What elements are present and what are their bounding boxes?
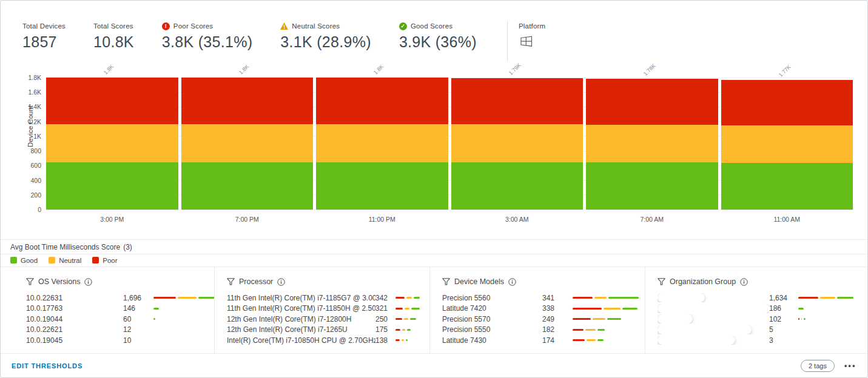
score-distribution-bar (395, 329, 411, 331)
row-value: 146 (123, 304, 153, 313)
info-icon[interactable] (277, 278, 285, 286)
legend-item-neutral[interactable]: Neutral (49, 257, 81, 264)
panel-processor: Processor11th Gen Intel(R) Core(TM) i7-1… (215, 267, 430, 354)
row-label: 10.0.19044 (26, 315, 123, 323)
stat-total-scores: Total Scores10.8K (93, 21, 134, 51)
list-item[interactable]: Intel(R) Core(TM) i7-10850H CPU @ 2.70GH… (227, 335, 421, 346)
y-tick-label: 1.2K (17, 118, 41, 125)
x-tick-label: 11:00 PM (316, 216, 448, 223)
mini-bar-segment (573, 318, 591, 320)
bar-3-00-pm[interactable]: 1.8K (46, 78, 178, 210)
list-item[interactable]: Precision 5560341 (442, 293, 636, 303)
tab-label: Avg Boot Time Milliseconds Score (10, 243, 120, 251)
bars-container: 1.8K1.8K1.8K1.79K1.78K1.77K (46, 78, 853, 210)
list-item[interactable]: 1,634 (658, 293, 859, 303)
list-item[interactable]: 10.0.1904510 (26, 335, 206, 346)
row-label: Precision 5570 (442, 315, 542, 323)
mini-bar-segment (801, 318, 802, 320)
bar-7-00-pm[interactable]: 1.8K (181, 78, 314, 210)
score-distribution-bar (395, 318, 416, 320)
row-value: 102 (769, 315, 798, 323)
mini-bar-segment (406, 339, 408, 341)
bar-segment-neutral (586, 125, 718, 162)
mini-bar-segment (608, 297, 639, 299)
legend-item-poor[interactable]: Poor (92, 257, 117, 264)
redacted-label (658, 304, 769, 313)
panel-header[interactable]: Device Models (442, 276, 636, 287)
panel-header[interactable]: OS Versions (26, 276, 206, 287)
mini-bar-segment (153, 297, 176, 299)
panel-organization-group: Organization Group1,63418610253 (645, 267, 867, 354)
stat-total-devices: Total Devices1857 (22, 21, 66, 51)
list-item[interactable]: 10.0.17763146 (26, 303, 206, 314)
stats-container: Total Devices1857Total Scores10.8K!Poor … (22, 21, 505, 51)
score-dashboard-card: Total Devices1857Total Scores10.8K!Poor … (0, 0, 868, 378)
legend-swatch (92, 257, 99, 264)
mini-bar-segment (597, 329, 605, 331)
bar-segment-neutral (316, 124, 448, 162)
panel-header[interactable]: Organization Group (658, 276, 859, 287)
y-tick-label: 800 (17, 147, 41, 154)
info-icon[interactable] (84, 278, 92, 286)
redacted-label (658, 336, 769, 345)
list-item[interactable]: 10.0.1904460 (26, 314, 206, 325)
list-item[interactable]: 12th Gen Intel(R) Core(TM) i7-1265U175 (227, 325, 421, 336)
score-distribution-bar (153, 297, 215, 299)
list-item[interactable]: 5 (658, 325, 859, 336)
list-item[interactable]: 10.0.226311,696 (26, 293, 206, 303)
list-item[interactable]: 186 (658, 303, 859, 314)
score-distribution-bar (153, 318, 155, 320)
bar-3-00-am[interactable]: 1.79K (451, 78, 584, 210)
redacted-pill (658, 293, 705, 302)
score-distribution-bar (798, 297, 853, 299)
error-icon: ! (162, 22, 170, 30)
score-distribution-bar (573, 339, 604, 341)
list-item[interactable]: 10.0.2262112 (26, 325, 206, 336)
row-label: Intel(R) Core(TM) i7-10850H CPU @ 2.70GH… (227, 336, 375, 345)
tags-pill[interactable]: 2 tags (801, 360, 835, 372)
bar-segment-good (46, 162, 178, 210)
info-icon[interactable] (740, 278, 748, 286)
bar-11-00-am[interactable]: 1.77K (721, 80, 853, 210)
row-value: 338 (542, 304, 573, 313)
stat-label: Good Scores (411, 22, 453, 30)
row-value: 341 (542, 294, 573, 302)
list-item[interactable]: 11th Gen Intel(R) Core(TM) i7-11850H @ 2… (227, 303, 421, 314)
legend-swatch (49, 257, 55, 264)
list-item[interactable]: Precision 5570249 (442, 314, 636, 325)
bar-7-00-am[interactable]: 1.78K (586, 79, 718, 210)
panel-header[interactable]: Processor (227, 276, 421, 287)
score-distribution-bar (395, 339, 408, 341)
tab-count: (3) (123, 243, 132, 251)
row-label: 11th Gen Intel(R) Core(TM) i7-11850H @ 2… (227, 304, 375, 313)
bar-segment-poor (721, 80, 853, 125)
mini-bar-segment (585, 329, 596, 331)
mini-bar-segment (402, 339, 404, 341)
overflow-menu-icon[interactable]: ••• (844, 362, 856, 370)
legend-item-good[interactable]: Good (10, 257, 38, 264)
info-icon[interactable] (508, 278, 516, 286)
list-item[interactable]: 11th Gen Intel(R) Core(TM) i7-1185G7 @ 3… (227, 293, 421, 303)
stat-poor-scores: !Poor Scores3.8K (35.1%) (162, 21, 253, 51)
tab-avg-boot-time-score[interactable]: Avg Boot Time Milliseconds Score (3) (1, 239, 867, 254)
mini-bar-segment (153, 308, 159, 310)
edit-thresholds-link[interactable]: EDIT THRESHOLDS (12, 362, 82, 370)
mini-bar-segment (798, 318, 799, 320)
stat-value: 3.1K (28.9%) (280, 33, 371, 51)
list-item[interactable]: 3 (658, 335, 859, 346)
panel-rows: 1,63418610253 (658, 293, 859, 346)
windows-icon[interactable] (519, 35, 533, 48)
list-item[interactable]: Latitude 7420338 (442, 303, 636, 314)
mini-bar-segment (573, 339, 585, 341)
mini-bar-segment (178, 297, 197, 299)
filter-funnel-icon (658, 278, 665, 285)
stat-label: Neutral Scores (292, 22, 340, 30)
list-item[interactable]: 102 (658, 314, 859, 325)
bar-total-label: 1.8K (103, 64, 115, 76)
bar-11-00-pm[interactable]: 1.8K (316, 78, 448, 210)
list-item[interactable]: Latitude 7430174 (442, 335, 636, 346)
list-item[interactable]: Precision 5550182 (442, 325, 636, 336)
list-item[interactable]: 12th Gen Intel(R) Core(TM) i7-12800H250 (227, 314, 421, 325)
row-value: 12 (123, 325, 153, 334)
row-value: 174 (542, 336, 573, 345)
